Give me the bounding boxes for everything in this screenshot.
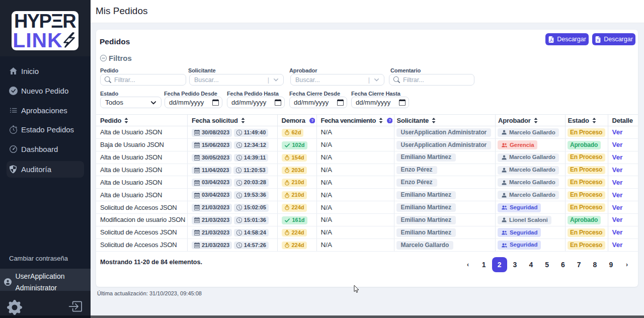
svg-text:?: ? [311,118,313,123]
svg-text:LINK: LINK [13,29,62,50]
svg-text:?: ? [389,118,391,123]
